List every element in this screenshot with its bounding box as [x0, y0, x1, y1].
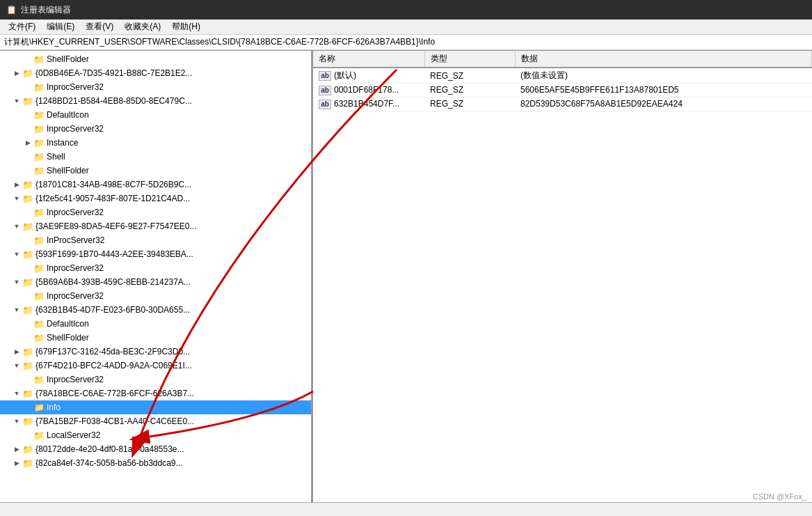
tree-item[interactable]: 📁 ShellFolder: [0, 164, 311, 178]
tree-label: {80172dde-4e20-4df0-81a2-0a48553e...: [35, 444, 184, 454]
table-row[interactable]: ab632B1B454D7F...REG_SZ82D539D53C68F75A8…: [313, 97, 812, 111]
tree-item[interactable]: 📁 InprocServer32: [0, 122, 311, 136]
menu-view[interactable]: 查看(V): [80, 19, 119, 34]
folder-icon: 📁: [33, 54, 45, 64]
folder-icon: 📁: [33, 263, 45, 273]
tree-item[interactable]: 📁 InprocServer32: [0, 80, 311, 94]
tree-item[interactable]: ▼ 📁 {593F1699-1B70-4443-A2EE-39483EBA...: [0, 247, 311, 261]
tree-label: InprocServer32: [47, 124, 104, 134]
tree-item[interactable]: 📁 DefaultIcon: [0, 108, 311, 122]
tree-item[interactable]: 📁 InprocServer32: [0, 205, 311, 219]
tree-item[interactable]: ▼ 📁 {7BA15B2F-F038-4CB1-AA40-C4C6EE0...: [0, 414, 311, 428]
value-icon: ab: [319, 100, 331, 109]
folder-icon: 📁: [22, 249, 33, 259]
folder-icon: 📁: [33, 430, 45, 440]
folder-icon: 📁: [33, 402, 45, 412]
right-panel: 名称 类型 数据 ab(默认)REG_SZ(数值未设置)ab0001DF68F1…: [313, 51, 812, 502]
registry-table: 名称 类型 数据 ab(默认)REG_SZ(数值未设置)ab0001DF68F1…: [313, 51, 812, 111]
tree-label: InprocServer32: [47, 375, 104, 384]
address-bar[interactable]: 计算机\HKEY_CURRENT_USER\SOFTWARE\Classes\C…: [0, 35, 812, 50]
menu-favorites[interactable]: 收藏夹(A): [119, 19, 166, 34]
folder-icon: 📁: [33, 375, 45, 384]
menu-file[interactable]: 文件(F): [3, 19, 41, 34]
address-text: 计算机\HKEY_CURRENT_USER\SOFTWARE\Classes\C…: [4, 36, 435, 48]
folder-icon: 📁: [33, 166, 45, 175]
tree-label: {1f2e5c41-9057-483F-807E-1D21C4AD...: [35, 194, 190, 203]
table-row[interactable]: ab0001DF68F178...REG_SZ5606E5AF5E45B9FFE…: [313, 84, 812, 97]
value-name: (默认): [334, 70, 356, 80]
status-bar: [0, 502, 812, 516]
tree-item[interactable]: ▶ 📁 {18701C81-34AB-498E-8C7F-5D26B9C...: [0, 178, 311, 191]
tree-label: InprocServer32: [47, 291, 104, 301]
folder-icon: 📁: [22, 444, 33, 454]
col-data[interactable]: 数据: [515, 51, 812, 68]
tree-label: {67F4D210-BFC2-4ADD-9A2A-C069E1I...: [35, 361, 192, 370]
tree-label: DefaultIcon: [47, 319, 89, 329]
tree-item[interactable]: 📁 LocalServer32: [0, 428, 311, 442]
title-bar: 📋 注册表编辑器: [0, 0, 812, 19]
tree-item[interactable]: ▼ 📁 {67F4D210-BFC2-4ADD-9A2A-C069E1I...: [0, 359, 311, 373]
menu-help[interactable]: 帮助(H): [166, 19, 206, 34]
tree-label: Shell: [47, 152, 65, 162]
folder-icon: 📁: [22, 305, 33, 315]
folder-icon: 📁: [33, 124, 45, 134]
value-type: REG_SZ: [424, 84, 515, 97]
tree-item[interactable]: 📁 ShellFolder: [0, 331, 311, 345]
value-name: 632B1B454D7F...: [334, 99, 399, 109]
col-type[interactable]: 类型: [424, 51, 515, 68]
tree-label: {82ca84ef-374c-5058-ba56-bb3ddca9...: [35, 458, 183, 468]
tree-label: {0D8B46EA-7D35-4921-B88C-7E2B1E2...: [35, 68, 192, 78]
value-icon: ab: [319, 71, 331, 81]
tree-item[interactable]: ▼ 📁 {3AE9FE89-8DA5-4EF6-9E27-F7547EE0...: [0, 219, 311, 233]
value-type: REG_SZ: [424, 68, 515, 84]
tree-label: ShellFolder: [47, 333, 89, 343]
folder-icon: 📁: [33, 82, 45, 92]
value-name: 0001DF68F178...: [334, 85, 399, 95]
app-title: 注册表编辑器: [21, 4, 71, 16]
folder-icon: 📁: [22, 96, 33, 106]
tree-item[interactable]: 📁 Shell: [0, 150, 311, 164]
tree-item[interactable]: 📁 InprocServer32: [0, 373, 311, 386]
folder-icon: 📁: [33, 319, 45, 329]
tree-item[interactable]: ▶ 📁 {679F137C-3162-45da-BE3C-2F9C3D0...: [0, 345, 311, 359]
folder-icon: 📁: [22, 416, 33, 426]
folder-icon: 📁: [33, 208, 45, 217]
value-icon: ab: [319, 86, 331, 95]
menu-edit[interactable]: 编辑(E): [41, 19, 80, 34]
tree-label: {78A18BCE-C6AE-772B-6FCF-626A3B7...: [35, 389, 194, 398]
folder-icon: 📁: [22, 458, 33, 468]
folder-icon: 📁: [33, 138, 45, 148]
tree-item[interactable]: 📁 InprocServer32: [0, 261, 311, 275]
value-data: 5606E5AF5E45B9FFE611F13A87801ED5: [515, 84, 812, 97]
tree-item[interactable]: ▼ 📁 {1248BD21-B584-4EB8-85D0-8EC479C...: [0, 94, 311, 108]
folder-icon: 📁: [22, 277, 33, 287]
tree-item[interactable]: ▼ 📁 {5B69A6B4-393B-459C-8EBB-214237A...: [0, 275, 311, 289]
tree-label: DefaultIcon: [47, 110, 89, 120]
tree-item[interactable]: 📁 ShellFolder: [0, 52, 311, 66]
tree-label: {679F137C-3162-45da-BE3C-2F9C3D0...: [35, 347, 190, 357]
tree-item[interactable]: ▶ 📁 {80172dde-4e20-4df0-81a2-0a48553e...: [0, 442, 311, 456]
tree-label: InProcServer32: [47, 235, 104, 245]
tree-item[interactable]: ▶ 📁 Instance: [0, 136, 311, 150]
tree-item[interactable]: ▶ 📁 {0D8B46EA-7D35-4921-B88C-7E2B1E2...: [0, 66, 311, 80]
col-name[interactable]: 名称: [313, 51, 424, 68]
tree-label: {3AE9FE89-8DA5-4EF6-9E27-F7547EE0...: [35, 221, 196, 231]
tree-item[interactable]: 📁 InprocServer32: [0, 289, 311, 303]
tree-panel: 📁 ShellFolder ▶ 📁 {0D8B46EA-7D35-4921-B8…: [0, 51, 313, 502]
folder-icon: 📁: [33, 291, 45, 301]
folder-icon: 📁: [33, 235, 45, 245]
tree-item[interactable]: ▼ 📁 {78A18BCE-C6AE-772B-6FCF-626A3B7...: [0, 386, 311, 400]
tree-label: InprocServer32: [47, 208, 104, 217]
table-row[interactable]: ab(默认)REG_SZ(数值未设置): [313, 68, 812, 84]
tree-label: Instance: [47, 138, 78, 148]
value-data: 82D539D53C68F75A8AB1E5D92EAEA424: [515, 97, 812, 111]
tree-item[interactable]: ▶ 📁 {82ca84ef-374c-5058-ba56-bb3ddca9...: [0, 456, 311, 470]
tree-item[interactable]: ▼ 📁 {1f2e5c41-9057-483F-807E-1D21C4AD...: [0, 191, 311, 205]
tree-item[interactable]: 📁 DefaultIcon: [0, 317, 311, 331]
tree-label: {593F1699-1B70-4443-A2EE-39483EBA...: [35, 249, 193, 259]
folder-icon: 📁: [22, 347, 33, 357]
tree-item[interactable]: ▼ 📁 {632B1B45-4D7F-E023-6FB0-30DA655...: [0, 303, 311, 317]
tree-item-info[interactable]: 📁 Info: [0, 400, 311, 414]
value-type: REG_SZ: [424, 97, 515, 111]
tree-item[interactable]: 📁 InProcServer32: [0, 233, 311, 247]
